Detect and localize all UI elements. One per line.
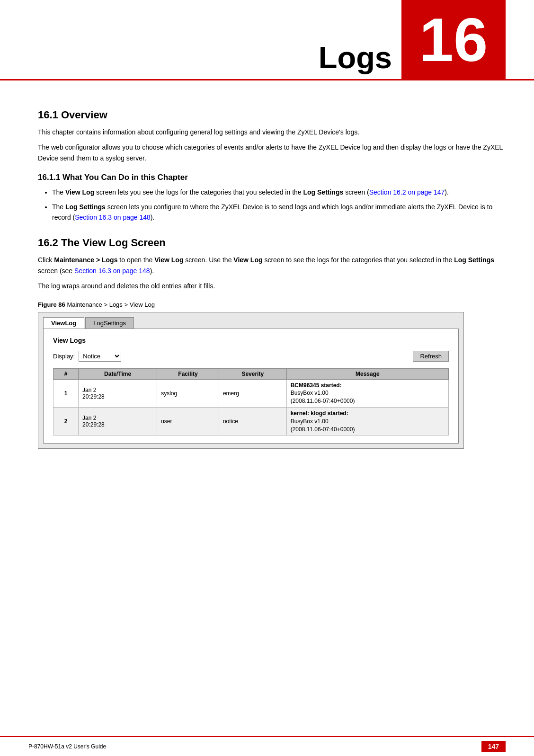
bullet1-bold2: Log Settings xyxy=(303,188,343,196)
bullet1-post: screen ( xyxy=(343,188,369,196)
section-16-1-1-title: 16.1.1 What You Can Do in this Chapter xyxy=(38,173,506,182)
tab-bar: ViewLog LogSettings xyxy=(43,317,459,329)
bullet1-mid: screen lets you see the logs for the cat… xyxy=(94,188,303,196)
para1-bold2: View Log xyxy=(154,256,183,264)
figure-caption-text: Maintenance > Logs > View Log xyxy=(65,301,155,308)
figure-caption: Figure 86 Maintenance > Logs > View Log xyxy=(38,301,506,308)
page-footer: P-870HW-51a v2 User's Guide 147 xyxy=(0,736,534,756)
para1-mid2: screen. Use the xyxy=(183,256,233,264)
chapter-number: 16 xyxy=(401,0,506,79)
table-row: 1 Jan 220:29:28 syslog emerg BCM96345 st… xyxy=(53,379,449,407)
footer-product: P-870HW-51a v2 User's Guide xyxy=(28,743,106,750)
para1-end: ). xyxy=(150,267,154,275)
bullet2-pre: The xyxy=(52,203,65,211)
section-16-2-para1: Click Maintenance > Logs to open the Vie… xyxy=(38,255,506,276)
bullet2-link[interactable]: Section 16.3 on page 148 xyxy=(75,213,151,221)
th-num: # xyxy=(53,368,79,379)
table-header-row: # Date/Time Facility Severity Message xyxy=(53,368,449,379)
row1-severity: emerg xyxy=(219,379,286,407)
tab-logsettings[interactable]: LogSettings xyxy=(85,317,134,329)
row1-datetime: Jan 220:29:28 xyxy=(79,379,157,407)
row2-datetime: Jan 220:29:28 xyxy=(79,407,157,435)
chapter-title: Logs xyxy=(319,40,392,79)
section-16-1-para1: This chapter contains information about … xyxy=(38,127,506,137)
section-16-2-title: 16.2 The View Log Screen xyxy=(38,237,506,249)
para1-mid3: screen to see the logs for the categorie… xyxy=(263,256,454,264)
bullet1-link[interactable]: Section 16.2 on page 147 xyxy=(369,188,445,196)
para1-bold1: Maintenance > Logs xyxy=(54,256,117,264)
bullet-item-2: The Log Settings screen lets you configu… xyxy=(52,202,506,223)
section-16-1-para2: The web configurator allows you to choos… xyxy=(38,142,506,163)
content-area: 16.1 Overview This chapter contains info… xyxy=(0,80,534,736)
row1-message: BCM96345 started:BusyBox v1.00(2008.11.0… xyxy=(286,379,448,407)
bullet1-bold: View Log xyxy=(65,188,94,196)
bullet2-end: ). xyxy=(151,213,155,221)
th-facility: Facility xyxy=(157,368,219,379)
th-datetime: Date/Time xyxy=(79,368,157,379)
section-16-1-title: 16.1 Overview xyxy=(38,109,506,121)
bullet1-end: ). xyxy=(445,188,449,196)
row2-facility: user xyxy=(157,407,219,435)
footer-page-number: 147 xyxy=(481,741,506,752)
page-container: Logs 16 16.1 Overview This chapter conta… xyxy=(0,0,534,756)
chapter-header: Logs 16 xyxy=(0,0,534,80)
row1-facility: syslog xyxy=(157,379,219,407)
bullet-list: The View Log screen lets you see the log… xyxy=(52,187,506,222)
row2-message: kernel: klogd started:BusyBox v1.00(2008… xyxy=(286,407,448,435)
table-row: 2 Jan 220:29:28 user notice kernel: klog… xyxy=(53,407,449,435)
section-16-2-para2: The log wraps around and deletes the old… xyxy=(38,281,506,291)
screen-content: View Logs Display: Notice All Error Refr… xyxy=(43,329,459,444)
tab-viewlog[interactable]: ViewLog xyxy=(43,317,84,329)
bullet1-pre: The xyxy=(52,188,65,196)
screen-title: View Logs xyxy=(53,337,449,344)
para1-link[interactable]: Section 16.3 on page 148 xyxy=(74,267,150,275)
para1-pre: Click xyxy=(38,256,54,264)
th-severity: Severity xyxy=(219,368,286,379)
para1-mid: to open the xyxy=(117,256,154,264)
header-right: Logs xyxy=(38,0,392,79)
row2-severity: notice xyxy=(219,407,286,435)
refresh-button[interactable]: Refresh xyxy=(413,351,449,362)
display-select[interactable]: Notice All Error xyxy=(79,351,121,362)
row2-num: 2 xyxy=(53,407,79,435)
bullet2-bold: Log Settings xyxy=(65,203,106,211)
para1-bold4: Log Settings xyxy=(454,256,494,264)
figure-label: Figure 86 xyxy=(38,301,65,308)
th-message: Message xyxy=(286,368,448,379)
log-table: # Date/Time Facility Severity Message 1 … xyxy=(53,368,449,436)
bullet-item-1: The View Log screen lets you see the log… xyxy=(52,187,506,197)
display-row: Display: Notice All Error Refresh xyxy=(53,351,449,362)
display-label: Display: xyxy=(53,353,75,360)
row1-num: 1 xyxy=(53,379,79,407)
screenshot-container: ViewLog LogSettings View Logs Display: N… xyxy=(38,312,464,449)
para1-bold3: View Log xyxy=(233,256,262,264)
para1-mid4: screen (see xyxy=(38,267,74,275)
